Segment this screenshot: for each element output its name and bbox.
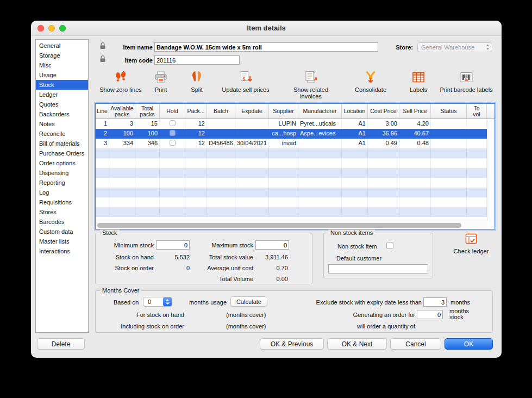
stock-line-row-1[interactable]: 131512LUPINPyret...uticalsA13.004.20 [96,119,495,129]
cell-expdate [235,148,269,158]
cell-hold [160,148,185,158]
months-cover-groupbox: Months Cover Based on 0 months usage Cal… [95,290,493,333]
stock-line-row-2[interactable]: 210010012ca...hospAspe...evicesA136.9640… [96,129,495,139]
stock-on-order-value: 0 [156,265,190,271]
cell-batch [207,119,235,129]
column-header-location[interactable]: Location [342,104,368,119]
item-code-label: Item code [109,57,153,64]
sidebar-item-custom-data[interactable]: Custom data [36,227,88,237]
column-header-to-vol[interactable]: To vol [467,104,487,119]
empty-table-row [96,168,495,178]
cell-status [431,207,467,217]
cell-line: 3 [96,139,109,148]
sidebar-item-backorders[interactable]: Backorders [36,109,88,119]
store-select[interactable]: General Warehouse [417,42,492,52]
cell-supplier: ca...hosp [269,129,298,139]
sidebar-item-general[interactable]: General [36,41,88,51]
hold-checkbox[interactable] [170,120,176,126]
check-ledger-button[interactable] [464,232,478,246]
updown-chevrons-icon [485,43,490,52]
cell-location [342,178,368,188]
non-stock-item-checkbox[interactable] [386,242,393,249]
vertical-scrollbar[interactable] [487,119,495,221]
ok-previous-button[interactable]: OK & Previous [260,338,324,350]
cell-to-vol [467,129,487,139]
cancel-button[interactable]: Cancel [390,338,441,350]
cell-line [96,188,109,197]
cell-manufacturer [298,178,342,188]
sidebar-item-interactions[interactable]: Interactions [36,246,88,256]
labels-button[interactable] [410,69,427,85]
ok-next-button[interactable]: OK & Next [327,338,387,350]
cell-cost-price [368,148,399,158]
ok-button[interactable]: OK [445,338,493,350]
sidebar-item-bill-of-materials[interactable]: Bill of materials [36,139,88,148]
sidebar-item-stores[interactable]: Stores [36,207,88,217]
minimum-stock-input[interactable] [156,240,190,250]
column-header-manufacturer[interactable]: Manufacturer [298,104,342,119]
print-label: Print [147,86,174,93]
hold-checkbox[interactable] [170,140,176,146]
item-name-lock-icon[interactable] [99,42,107,50]
calculate-button[interactable]: Calculate [230,296,267,307]
split-button[interactable] [189,69,205,85]
generating-order-input[interactable] [417,310,443,319]
item-code-input[interactable] [154,55,240,65]
cell-to-vol [467,119,487,129]
column-header-pack[interactable]: Pack... [185,104,207,119]
cell-sell-price [399,168,431,178]
sidebar-item-master-lists[interactable]: Master lists [36,237,88,246]
sidebar-item-order-options[interactable]: Order options [36,158,88,168]
sidebar-item-log[interactable]: Log [36,188,88,197]
column-header-supplier[interactable]: Supplier [269,104,298,119]
print-barcode-labels-button[interactable] [458,69,474,85]
based-on-select[interactable]: 0 [143,297,172,307]
stock-line-row-3[interactable]: 333434612D45648630/04/2021invadA10.490.4… [96,139,495,148]
update-sell-prices-button[interactable]: $ [237,69,254,85]
consolidate-button[interactable] [362,69,379,85]
column-header-total-packs[interactable]: Total packs [135,104,160,119]
exclude-expiry-input[interactable] [423,297,447,307]
cell-status [431,178,467,188]
cell-hold [160,197,185,207]
column-header-sell-price[interactable]: Sell Price [399,104,431,119]
delete-button[interactable]: Delete [37,338,85,350]
column-header-available-packs[interactable]: Available packs [109,104,135,119]
column-header-hold[interactable]: Hold [160,104,185,119]
sidebar-item-reporting[interactable]: Reporting [36,178,88,188]
sidebar-item-reconcile[interactable]: Reconcile [36,129,88,139]
horizontal-scrollbar-thumb[interactable] [97,223,461,228]
show-zero-lines-button[interactable] [112,69,129,85]
item-name-input[interactable] [154,42,378,52]
cell-line: 1 [96,119,109,129]
hold-checkbox[interactable] [170,130,176,136]
sidebar-item-storage[interactable]: Storage [36,51,88,60]
column-header-line[interactable]: Line [96,104,109,119]
close-window-button[interactable] [37,25,44,32]
zoom-window-button[interactable] [59,25,66,32]
sidebar-item-notes[interactable]: Notes [36,119,88,129]
cell-expdate: 30/04/2021 [235,139,269,148]
cell-available-packs [109,168,135,178]
maximum-stock-input[interactable] [255,240,289,250]
sidebar-item-dispensing[interactable]: Dispensing [36,168,88,178]
cell-cost-price [368,197,399,207]
show-related-invoices-icon [303,80,319,86]
default-customer-input[interactable] [328,264,428,273]
consolidate-icon [362,80,379,86]
cell-pack [185,168,207,178]
column-header-batch[interactable]: Batch [207,104,235,119]
column-header-status[interactable]: Status [431,104,467,119]
column-header-cost-price[interactable]: Cost Price [368,104,399,119]
print-button[interactable] [153,69,169,85]
horizontal-scrollbar[interactable] [96,221,487,229]
sidebar-item-barcodes[interactable]: Barcodes [36,217,88,227]
sidebar-item-requisitions[interactable]: Requisitions [36,197,88,207]
sidebar-item-purchase-orders[interactable]: Purchase Orders [36,148,88,158]
labels-label: Labels [405,86,432,93]
show-related-invoices-button[interactable] [303,69,319,85]
item-code-lock-icon[interactable] [99,55,107,63]
column-header-expdate[interactable]: Expdate [235,104,269,119]
average-unit-cost-label: Average unit cost [192,265,253,271]
minimize-window-button[interactable] [48,25,55,32]
